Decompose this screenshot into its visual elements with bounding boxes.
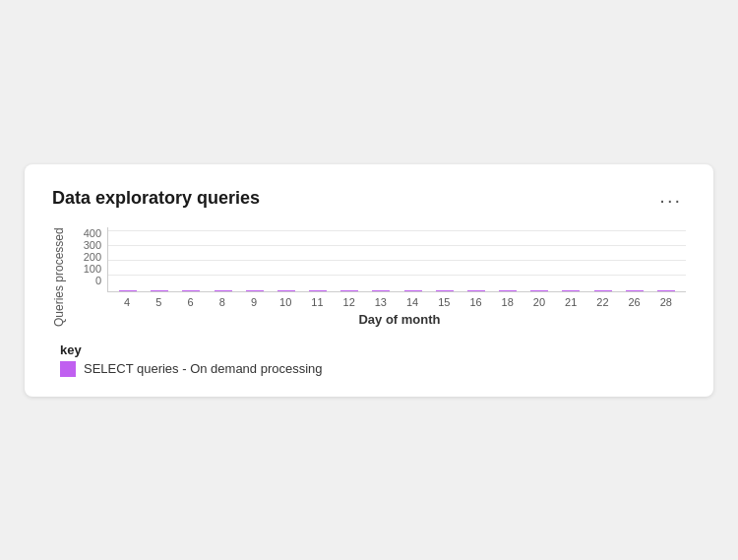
x-label: 14 bbox=[397, 296, 428, 308]
data-exploratory-queries-card: Data exploratory queries ··· Queries pro… bbox=[25, 164, 713, 397]
bar-group bbox=[523, 290, 555, 291]
chart-with-yaxis: 0100200300400 45689101112131415161820212… bbox=[72, 227, 686, 308]
y-tick: 0 bbox=[95, 275, 101, 286]
bar bbox=[562, 290, 580, 291]
bar-group bbox=[144, 290, 175, 291]
bar bbox=[119, 290, 137, 291]
bar bbox=[404, 290, 422, 291]
bar-group bbox=[429, 290, 461, 291]
bar bbox=[246, 290, 264, 291]
y-tick: 200 bbox=[84, 251, 101, 263]
bar bbox=[436, 290, 454, 291]
x-label: 4 bbox=[111, 296, 143, 308]
card-header: Data exploratory queries ··· bbox=[52, 188, 686, 212]
card-title: Data exploratory queries bbox=[52, 188, 260, 209]
legend-item-label: SELECT queries - On demand processing bbox=[84, 361, 323, 376]
bar-group bbox=[461, 290, 492, 291]
chart-inner: 0100200300400 45689101112131415161820212… bbox=[72, 227, 686, 327]
x-label: 8 bbox=[207, 296, 238, 308]
bar bbox=[372, 290, 390, 291]
legend-swatch bbox=[60, 361, 76, 377]
bar-group bbox=[398, 290, 429, 291]
bar-group bbox=[587, 290, 619, 291]
x-label: 18 bbox=[492, 296, 523, 308]
bar bbox=[182, 290, 200, 291]
bar bbox=[467, 290, 485, 291]
bar bbox=[530, 290, 548, 291]
x-label: 11 bbox=[301, 296, 333, 308]
x-label: 26 bbox=[619, 296, 650, 308]
y-ticks: 0100200300400 bbox=[72, 227, 107, 308]
y-tick: 300 bbox=[84, 239, 101, 251]
x-label: 10 bbox=[270, 296, 301, 308]
bar-group bbox=[619, 290, 650, 291]
x-label: 13 bbox=[365, 296, 397, 308]
x-label: 15 bbox=[428, 296, 460, 308]
bar-group bbox=[271, 290, 302, 291]
x-label: 21 bbox=[555, 296, 586, 308]
x-label: 6 bbox=[174, 296, 206, 308]
x-axis-label: Day of month bbox=[113, 312, 686, 327]
bar bbox=[626, 290, 644, 291]
bars-plot bbox=[107, 227, 686, 292]
bar bbox=[499, 290, 517, 291]
bar-group bbox=[302, 290, 334, 291]
y-tick: 400 bbox=[84, 227, 101, 239]
x-labels: 4568910111213141516182021222628 bbox=[107, 292, 686, 308]
legend: key SELECT queries - On demand processin… bbox=[60, 342, 686, 377]
bar-group bbox=[239, 290, 271, 291]
chart-area: Queries processed 0100200300400 45689101… bbox=[52, 227, 686, 327]
bar-group bbox=[650, 290, 682, 291]
x-label: 9 bbox=[238, 296, 270, 308]
bar-group bbox=[365, 290, 397, 291]
y-tick: 100 bbox=[84, 263, 101, 275]
x-label: 16 bbox=[460, 296, 491, 308]
bar-group bbox=[334, 290, 365, 291]
x-label: 22 bbox=[586, 296, 618, 308]
legend-item: SELECT queries - On demand processing bbox=[60, 361, 686, 377]
bar-group bbox=[208, 290, 239, 291]
bar-group bbox=[555, 290, 586, 291]
bar-group bbox=[175, 290, 207, 291]
legend-title: key bbox=[60, 342, 686, 357]
bar bbox=[215, 290, 232, 291]
y-axis-label: Queries processed bbox=[52, 227, 66, 327]
bar bbox=[277, 290, 295, 291]
bar bbox=[657, 290, 675, 291]
bar-group bbox=[492, 290, 523, 291]
bar bbox=[340, 290, 358, 291]
x-label: 5 bbox=[143, 296, 174, 308]
bar bbox=[594, 290, 612, 291]
bar bbox=[309, 290, 327, 291]
x-label: 20 bbox=[523, 296, 555, 308]
more-options-button[interactable]: ··· bbox=[655, 188, 686, 212]
bars-container: 4568910111213141516182021222628 bbox=[107, 227, 686, 308]
bar-group bbox=[112, 290, 144, 291]
bar bbox=[151, 290, 168, 291]
x-label: 12 bbox=[334, 296, 365, 308]
bars-row bbox=[108, 227, 686, 291]
x-label: 28 bbox=[650, 296, 682, 308]
